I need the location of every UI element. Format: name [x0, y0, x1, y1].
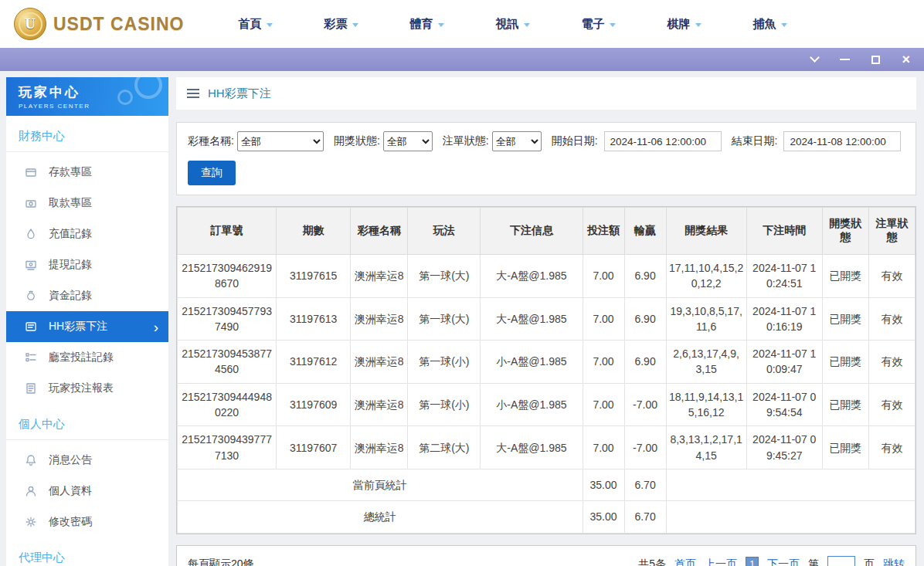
- sidebar-item-player-bet-report[interactable]: 玩家投注報表: [6, 373, 168, 404]
- page-jump-input[interactable]: [827, 556, 855, 566]
- withdraw-icon: [25, 197, 37, 209]
- table-cell: 2024-11-07 10:09:47: [746, 341, 822, 384]
- summary-bet-total: 35.00: [583, 501, 624, 533]
- table-cell: 已開獎: [822, 341, 868, 384]
- table-cell: 2024-11-07 09:45:27: [746, 426, 822, 469]
- nav-item-lottery[interactable]: 彩票: [324, 17, 358, 32]
- sidebar-item-cashout-record[interactable]: 提現記錄: [6, 249, 168, 280]
- table-cell: 7.00: [583, 297, 624, 341]
- maximize-icon[interactable]: [871, 56, 880, 64]
- nav-label: 彩票: [324, 17, 347, 32]
- summary-label: 總統計: [178, 501, 583, 533]
- table-row: 215217309444948022031197609澳洲幸运8第一球(小)小-…: [178, 383, 916, 426]
- minimize-icon[interactable]: [840, 59, 850, 60]
- brand-name: USDT CASINO: [53, 14, 184, 35]
- nav-item-electronic[interactable]: 電子: [581, 17, 616, 32]
- nav-item-fishing[interactable]: 捕魚: [752, 17, 787, 32]
- nav-item-video[interactable]: 視訊: [495, 17, 530, 32]
- menu-icon[interactable]: [187, 89, 199, 98]
- sidebar-item-label: 存款專區: [49, 165, 92, 179]
- next-page-link[interactable]: 下一页: [767, 558, 800, 566]
- column-header: 下注時間: [746, 208, 822, 255]
- decor-circle: [117, 90, 133, 105]
- summary-empty-cell: [666, 501, 915, 533]
- table-row: 215217309453877456031197612澳洲幸运8第一球(小)小-…: [178, 341, 916, 384]
- section-title: 代理中心: [6, 537, 168, 566]
- sidebar-item-change-password[interactable]: 修改密碼: [6, 507, 168, 537]
- table-cell: 第一球(大): [408, 255, 481, 298]
- sidebar-item-profile[interactable]: 個人資料: [6, 476, 168, 507]
- column-header: 期數: [277, 208, 351, 255]
- table-cell: 2152173094577937490: [178, 297, 277, 341]
- table-cell: 小-A盤@1.985: [481, 383, 583, 426]
- table-cell: 6.90: [624, 341, 666, 384]
- summary-empty-cell: [666, 469, 915, 500]
- sidebar-item-hh-lottery-bets[interactable]: HH彩票下注›: [6, 311, 168, 342]
- table-cell: -7.00: [624, 426, 666, 469]
- start-date-input[interactable]: [604, 131, 722, 151]
- sidebar: 玩家中心 PLAYERS CENTER 財務中心存款專區取款專區充值記錄提現記錄…: [6, 77, 168, 566]
- section-title: 個人中心: [6, 404, 168, 440]
- window-bar: ×: [0, 48, 924, 71]
- pagination-controls: 共5条 首页 上一页 1 下一页 第 页 跳转: [638, 556, 905, 566]
- sidebar-item-announcements[interactable]: 消息公告: [6, 445, 168, 476]
- sidebar-subtitle: PLAYERS CENTER: [19, 103, 168, 110]
- close-icon[interactable]: ×: [902, 53, 910, 66]
- chevron-down-icon: [524, 23, 530, 27]
- table-cell: 2,6,13,17,4,9,3,15: [666, 341, 746, 384]
- sidebar-item-label: 資金記錄: [49, 289, 92, 303]
- main-nav: 首頁彩票體育視訊電子棋牌捕魚: [238, 17, 787, 32]
- sidebar-item-deposit[interactable]: 存款專區: [6, 157, 168, 188]
- sidebar-item-funds-record[interactable]: 資金記錄: [6, 280, 168, 311]
- end-date-label: 結束日期:: [732, 134, 778, 148]
- column-header: 注單狀態: [868, 208, 915, 255]
- table-cell: -7.00: [624, 383, 666, 426]
- prev-page-link[interactable]: 上一页: [705, 558, 737, 566]
- table-cell: 7.00: [583, 426, 624, 469]
- table-cell: 19,3,10,8,5,17,11,6: [666, 297, 746, 341]
- sidebar-item-label: 個人資料: [49, 484, 92, 498]
- table-cell: 第一球(大): [408, 297, 481, 341]
- table-cell: 澳洲幸运8: [351, 297, 408, 341]
- nav-label: 捕魚: [752, 17, 776, 32]
- nav-item-home[interactable]: 首頁: [238, 17, 273, 32]
- order-status-select[interactable]: 全部: [492, 131, 542, 151]
- nav-item-chess[interactable]: 棋牌: [667, 17, 701, 32]
- sidebar-item-withdraw[interactable]: 取款專區: [6, 188, 168, 219]
- nav-label: 體育: [409, 17, 433, 32]
- search-button[interactable]: 查詢: [188, 161, 236, 185]
- sidebar-item-recharge-record[interactable]: 充值記錄: [6, 219, 168, 249]
- table-cell: 2152173094629198670: [178, 255, 277, 298]
- main-panel: HH彩票下注 彩種名稱: 全部 開獎狀態: 全部 注單狀態: 全部 開始日期: …: [176, 77, 916, 566]
- nav-label: 視訊: [495, 17, 518, 32]
- bell-icon: [25, 454, 37, 466]
- first-page-link[interactable]: 首页: [674, 558, 696, 566]
- summary-bet-total: 35.00: [583, 469, 624, 500]
- chevron-down-icon: [610, 23, 616, 27]
- draw-status-select[interactable]: 全部: [383, 131, 433, 151]
- table-cell: 澳洲幸运8: [351, 341, 408, 384]
- table-cell: 第二球(大): [408, 426, 481, 469]
- end-date-input[interactable]: [783, 131, 901, 151]
- nav-item-sports[interactable]: 體育: [409, 17, 444, 32]
- lottery-name-select[interactable]: 全部: [237, 131, 324, 151]
- collapse-chevron-icon[interactable]: [810, 53, 820, 63]
- sidebar-item-hall-bet-record[interactable]: 廳室投註記錄: [6, 342, 168, 373]
- column-header: 投注額: [583, 208, 624, 255]
- table-cell: 大-A盤@1.985: [481, 297, 583, 341]
- jump-button[interactable]: 跳转: [883, 558, 905, 566]
- sidebar-item-label: 充值記錄: [49, 227, 92, 241]
- table-cell: 有效: [868, 297, 915, 341]
- table-cell: 2024-11-07 10:16:19: [746, 297, 822, 341]
- order-status-label: 注單狀態:: [443, 134, 489, 148]
- nav-label: 棋牌: [667, 17, 690, 32]
- current-page[interactable]: 1: [746, 557, 759, 566]
- sidebar-item-label: 玩家投注報表: [49, 381, 114, 395]
- table-cell: 已開獎: [822, 426, 868, 469]
- table-cell: 31197607: [277, 426, 351, 469]
- summary-win-loss: 6.70: [624, 469, 666, 500]
- table-cell: 已開獎: [822, 297, 868, 341]
- brand[interactable]: U USDT CASINO: [14, 8, 184, 40]
- table-cell: 已開獎: [822, 255, 868, 298]
- table-cell: 2024-11-07 09:54:54: [746, 383, 822, 426]
